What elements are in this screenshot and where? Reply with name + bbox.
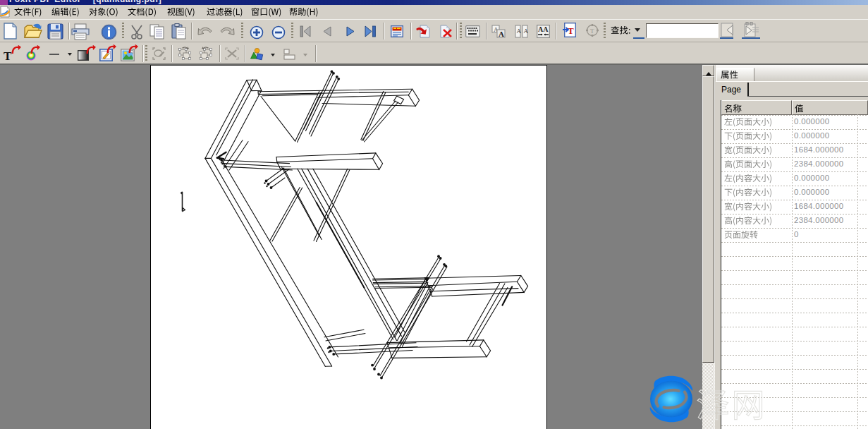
svg-text:A: A xyxy=(517,28,522,35)
svg-text:AA: AA xyxy=(538,25,549,33)
svg-text:T: T xyxy=(590,28,594,35)
svg-text:A: A xyxy=(524,28,529,35)
svg-text:T: T xyxy=(568,25,574,36)
svg-text:A: A xyxy=(499,30,504,38)
